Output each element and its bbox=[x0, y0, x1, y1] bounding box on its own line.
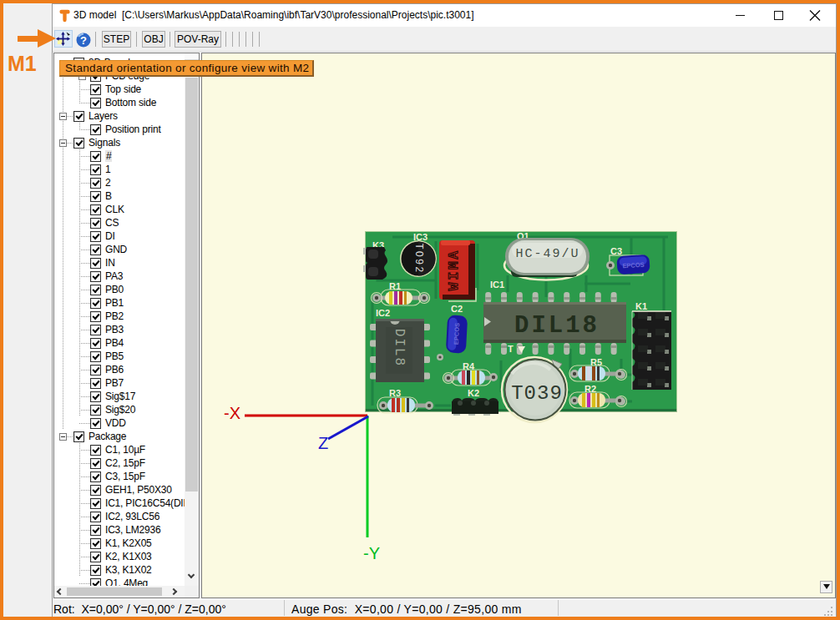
svg-text:-X: -X bbox=[224, 404, 240, 422]
svg-text:TO92: TO92 bbox=[412, 244, 424, 275]
svg-text:IC1: IC1 bbox=[490, 280, 504, 290]
svg-text:T039: T039 bbox=[511, 382, 563, 405]
svg-text:?: ? bbox=[80, 34, 87, 47]
svg-text:K2: K2 bbox=[468, 388, 479, 398]
svg-text:C3: C3 bbox=[610, 246, 622, 256]
svg-text:Z: Z bbox=[318, 434, 328, 452]
svg-text:IC3: IC3 bbox=[413, 232, 428, 242]
svg-text:HC-49/U: HC-49/U bbox=[515, 247, 579, 261]
svg-text:T: T bbox=[508, 344, 514, 354]
svg-text:DIL18: DIL18 bbox=[514, 312, 600, 340]
svg-text:K1: K1 bbox=[635, 301, 647, 311]
svg-text:EPCOS: EPCOS bbox=[622, 261, 645, 270]
svg-text:EPCOS: EPCOS bbox=[453, 323, 461, 345]
svg-text:-Y: -Y bbox=[363, 544, 380, 562]
svg-text:C2: C2 bbox=[451, 304, 463, 314]
svg-text:DIL8: DIL8 bbox=[392, 329, 407, 367]
svg-text:WIMA: WIMA bbox=[447, 249, 462, 290]
svg-text:IC2: IC2 bbox=[376, 308, 390, 318]
svg-text:R3: R3 bbox=[389, 388, 401, 398]
